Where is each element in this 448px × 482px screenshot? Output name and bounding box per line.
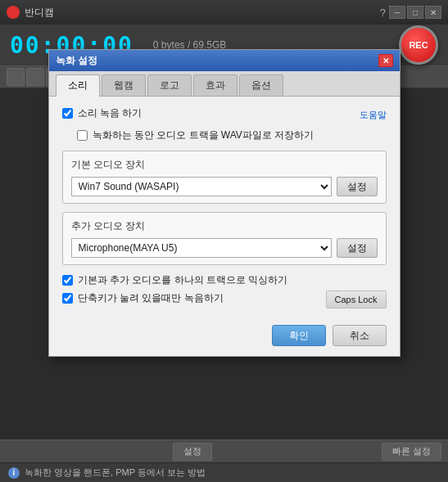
toolbar-btn-2[interactable] xyxy=(26,68,44,86)
tab-sound[interactable]: 소리 xyxy=(56,74,100,97)
shortcut-checkbox-row: 단축키가 눌려 있을때만 녹음하기 xyxy=(62,291,224,305)
primary-device-select[interactable]: Win7 Sound (WASAPI) xyxy=(71,177,332,196)
secondary-device-label: 추가 오디오 장치 xyxy=(71,219,378,233)
sound-enable-checkbox[interactable] xyxy=(62,108,73,119)
wav-save-row: 녹화하는 동안 오디오 트랙을 WAV파일로 저장하기 xyxy=(77,128,387,142)
secondary-settings-button[interactable]: 설정 xyxy=(337,238,378,258)
shortcut-checkbox[interactable] xyxy=(62,293,73,304)
secondary-device-select[interactable]: Microphone(MAYA U5) xyxy=(71,238,332,258)
primary-device-row: Win7 Sound (WASAPI) 설정 xyxy=(71,177,378,196)
mix-tracks-label: 기본과 추가 오디오를 하나의 트랙으로 믹싱하기 xyxy=(78,273,288,287)
wav-save-checkbox[interactable] xyxy=(77,130,88,141)
help-link[interactable]: 도움말 xyxy=(360,109,387,121)
rec-button[interactable]: REC xyxy=(399,25,438,65)
fast-settings-button[interactable]: 빠른 설정 xyxy=(382,443,441,461)
maximize-button[interactable]: □ xyxy=(407,6,423,19)
app-title: 반디캠 xyxy=(25,6,380,20)
info-icon: i xyxy=(8,467,20,479)
window-close-button[interactable]: ✕ xyxy=(425,6,441,19)
shortcut-label: 단축키가 눌려 있을때만 녹음하기 xyxy=(78,291,224,305)
window-controls: ─ □ ✕ xyxy=(389,6,441,19)
app-logo xyxy=(7,6,20,19)
dialog-close-button[interactable]: ✕ xyxy=(378,54,393,67)
title-bar: 반디캠 ? ─ □ ✕ xyxy=(0,0,448,25)
dialog-footer: 확인 취소 xyxy=(49,318,400,356)
cancel-button[interactable]: 취소 xyxy=(333,325,387,346)
sound-enable-label: 소리 녹음 하기 xyxy=(78,106,143,120)
caps-lock-button[interactable]: Caps Lock xyxy=(326,291,387,309)
help-button[interactable]: ? xyxy=(380,7,386,19)
mix-tracks-checkbox[interactable] xyxy=(62,275,73,286)
wav-save-label: 녹화하는 동안 오디오 트랙을 WAV파일로 저장하기 xyxy=(93,128,315,142)
settings-dialog: 녹화 설정 ✕ 소리 웹캠 로고 효과 옵션 소리 녹음 하기 도움말 녹화하는… xyxy=(48,49,400,357)
status-text: 녹화한 영상을 핸드폰, PMP 등에서 보는 방법 xyxy=(25,466,206,479)
sound-enable-row: 소리 녹음 하기 xyxy=(62,106,143,120)
status-bar: i 녹화한 영상을 핸드폰, PMP 등에서 보는 방법 xyxy=(0,462,448,482)
tab-logo[interactable]: 로고 xyxy=(147,74,192,96)
bottom-toolbar: 설정 빠른 설정 xyxy=(0,439,448,462)
mix-tracks-row: 기본과 추가 오디오를 하나의 트랙으로 믹싱하기 xyxy=(62,273,387,287)
minimize-button[interactable]: ─ xyxy=(389,6,405,19)
ok-button[interactable]: 확인 xyxy=(272,325,326,346)
tab-options[interactable]: 옵션 xyxy=(239,74,283,96)
primary-device-label: 기본 오디오 장치 xyxy=(71,158,378,172)
section-header: 소리 녹음 하기 도움말 xyxy=(62,106,387,124)
shortcut-row: 단축키가 눌려 있을때만 녹음하기 Caps Lock xyxy=(62,291,387,309)
dialog-content: 소리 녹음 하기 도움말 녹화하는 동안 오디오 트랙을 WAV파일로 저장하기… xyxy=(49,97,400,318)
primary-settings-button[interactable]: 설정 xyxy=(337,177,378,196)
tab-webcam[interactable]: 웹캠 xyxy=(102,74,146,96)
toolbar-btn-1[interactable] xyxy=(7,68,25,86)
settings-bottom-button[interactable]: 설정 xyxy=(173,443,212,461)
primary-device-group: 기본 오디오 장치 Win7 Sound (WASAPI) 설정 xyxy=(62,151,387,204)
tab-effects[interactable]: 효과 xyxy=(193,74,238,96)
dialog-title-bar: 녹화 설정 ✕ xyxy=(49,50,400,71)
secondary-device-group: 추가 오디오 장치 Microphone(MAYA U5) 설정 xyxy=(62,212,387,265)
dialog-tabs: 소리 웹캠 로고 효과 옵션 xyxy=(49,71,400,97)
dialog-title: 녹화 설정 xyxy=(56,54,378,68)
secondary-device-row: Microphone(MAYA U5) 설정 xyxy=(71,238,378,258)
